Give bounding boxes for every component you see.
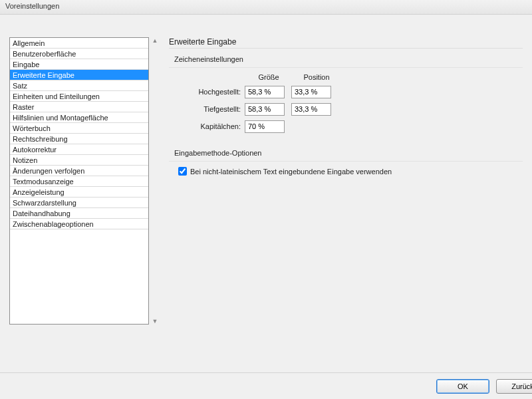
sidebar-item-11[interactable]: Notizen <box>10 155 148 166</box>
ok-button[interactable]: OK <box>436 379 489 394</box>
superscript-label: Hochgestellt: <box>178 88 245 96</box>
dialog-content: AllgemeinBenutzeroberflächeEingabeErweit… <box>0 15 532 372</box>
sidebar-item-14[interactable]: Anzeigeleistung <box>10 187 148 198</box>
window-titlebar: Voreinstellungen <box>0 0 532 15</box>
sidebar-item-0[interactable]: Allgemein <box>10 38 148 49</box>
sidebar-item-5[interactable]: Einheiten und Einteilungen <box>10 91 148 102</box>
sidebar-item-3[interactable]: Erweiterte Eingabe <box>10 70 148 80</box>
sidebar-item-10[interactable]: Autokorrektur <box>10 144 148 155</box>
sidebar-item-8[interactable]: Wörterbuch <box>10 123 148 134</box>
sidebar-item-6[interactable]: Raster <box>10 102 148 112</box>
dialog-footer: OK Zurück <box>0 372 532 399</box>
sidebar-item-2[interactable]: Eingabe <box>10 59 148 70</box>
category-sidebar: AllgemeinBenutzeroberflächeEingabeErweit… <box>9 37 149 325</box>
sidebar-item-1[interactable]: Benutzeroberfläche <box>10 49 148 59</box>
smallcaps-label: Kapitälchen: <box>178 122 245 130</box>
sidebar-item-17[interactable]: Zwischenablageoptionen <box>10 219 148 229</box>
col-position-header: Position <box>293 73 340 81</box>
sidebar-item-13[interactable]: Textmodusanzeige <box>10 176 148 187</box>
sidebar-scroll-down[interactable]: ▼ <box>152 318 158 325</box>
subscript-size-input[interactable] <box>245 103 285 116</box>
character-settings-title: Zeicheneinstellungen <box>169 55 523 63</box>
col-size-header: Größe <box>245 73 293 81</box>
sidebar-item-16[interactable]: Dateihandhabung <box>10 208 148 219</box>
back-button[interactable]: Zurück <box>496 379 532 394</box>
sidebar-item-12[interactable]: Änderungen verfolgen <box>10 166 148 176</box>
ime-options-title: Eingabemethode-Optionen <box>169 149 523 157</box>
sidebar-item-9[interactable]: Rechtschreibung <box>10 134 148 144</box>
sidebar-item-15[interactable]: Schwarzdarstellung <box>10 198 148 208</box>
subscript-label: Tiefgestellt: <box>178 105 245 113</box>
subscript-position-input[interactable] <box>291 103 331 116</box>
inline-input-checkbox[interactable] <box>178 167 187 176</box>
smallcaps-size-input[interactable] <box>245 120 285 133</box>
ime-options-group: Eingabemethode-Optionen Bei nicht-latein… <box>169 149 523 182</box>
column-headers: Größe Position <box>245 73 523 81</box>
sidebar-scroll-up[interactable]: ▲ <box>152 37 158 44</box>
superscript-position-input[interactable] <box>291 86 331 98</box>
inline-input-checkbox-label: Bei nicht-lateinischem Text eingebundene… <box>190 168 392 176</box>
row-superscript: Hochgestellt: <box>178 84 523 100</box>
character-settings-group: Zeicheneinstellungen Größe Position Hoch… <box>169 55 523 142</box>
row-subscript: Tiefgestellt: <box>178 101 523 117</box>
sidebar-item-4[interactable]: Satz <box>10 80 148 91</box>
panel-title: Erweiterte Eingabe <box>169 37 523 49</box>
sidebar-item-7[interactable]: Hilfslinien und Montagefläche <box>10 112 148 123</box>
inline-input-checkbox-row[interactable]: Bei nicht-lateinischem Text eingebundene… <box>178 167 523 176</box>
settings-panel: Erweiterte Eingabe Zeicheneinstellungen … <box>169 37 523 182</box>
row-smallcaps: Kapitälchen: <box>178 118 523 134</box>
window-title: Voreinstellungen <box>5 2 59 10</box>
superscript-size-input[interactable] <box>245 86 285 98</box>
